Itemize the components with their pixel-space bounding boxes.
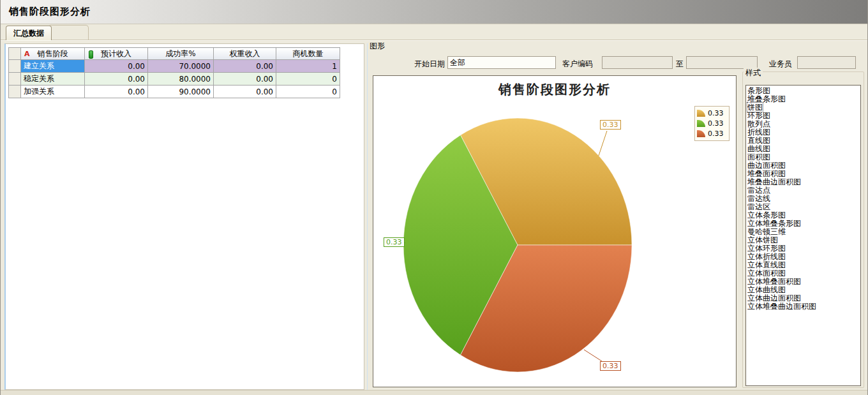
style-list-item-label: 立体条形图 <box>747 211 786 220</box>
column-header-label: 商机数量 <box>293 49 324 58</box>
window-title: 销售阶段图形分析 <box>9 6 91 18</box>
customer-code-input[interactable] <box>602 56 673 69</box>
column-header-2[interactable]: 成功率% <box>148 48 214 60</box>
value-cell[interactable]: 0.00 <box>85 60 148 73</box>
legend-label: 0.33 <box>708 120 724 127</box>
style-list-item-label: 立体环形图 <box>747 244 786 253</box>
value-cell[interactable]: 90.0000 <box>148 86 214 98</box>
tab-label: 汇总数据 <box>13 28 44 39</box>
value-cell[interactable]: 70.0000 <box>148 60 214 73</box>
style-list-item-label: 立体饼图 <box>747 235 778 244</box>
style-list-item-label: 折线图 <box>747 128 770 137</box>
style-list-item-label: 条形图 <box>747 86 770 95</box>
table-row: 建立关系0.0070.00000.001 <box>9 60 340 73</box>
callout-connector <box>584 350 602 361</box>
panel-splitter[interactable] <box>367 43 368 390</box>
value-cell[interactable]: 1 <box>276 60 340 73</box>
legend-label: 0.33 <box>708 130 724 137</box>
salesman-label: 业务员 <box>769 59 792 70</box>
style-list-item-label: 饼图 <box>747 103 763 112</box>
tabstrip-divider-highlight <box>1 40 867 41</box>
row-indicator-header <box>9 48 21 60</box>
column-header-1[interactable]: 预计收入 <box>85 48 148 60</box>
chart-box: 销售阶段图形分析 0.330.330.33 0.330.330.33 <box>373 75 737 387</box>
style-list-item-label: 立体折线图 <box>747 252 786 261</box>
style-list-item-label: 散列点 <box>747 119 770 128</box>
bottom-status-strip <box>1 390 867 395</box>
column-header-3[interactable]: 权重收入 <box>214 48 276 60</box>
value-cell[interactable]: 80.0000 <box>148 73 214 86</box>
customer-code-label: 客户编码 <box>562 59 593 70</box>
row-indicator[interactable] <box>9 73 21 86</box>
table-header-row: A销售阶段预计收入成功率%权重收入商机数量 <box>9 48 340 60</box>
chart-legend: 0.330.330.33 <box>694 106 730 141</box>
style-list-item[interactable]: 立体堆叠曲边面积图 <box>747 302 860 311</box>
inactive-tab-outline <box>48 25 89 40</box>
legend-marker-icon <box>697 110 705 117</box>
value-cell[interactable]: 0.00 <box>214 60 276 73</box>
summary-grid: A销售阶段预计收入成功率%权重收入商机数量建立关系0.0070.00000.00… <box>8 47 340 98</box>
app-window: 销售阶段图形分析 汇总数据 A销售阶段预计收入成功率%权重收入商机数量建立关系0… <box>0 0 868 395</box>
style-list-item-label: 立体堆叠条形图 <box>747 219 801 228</box>
value-cell[interactable]: 0.00 <box>85 86 148 98</box>
legend-marker-icon <box>697 130 705 137</box>
stage-cell[interactable]: 建立关系 <box>21 60 85 73</box>
graph-group-label: 图形 <box>370 41 385 52</box>
style-list-item-label: 堆叠面积图 <box>747 169 786 178</box>
style-group-label: 样式 <box>744 68 763 78</box>
start-date-input[interactable] <box>447 56 556 69</box>
legend-marker-icon <box>697 120 705 127</box>
salesman-input[interactable] <box>797 56 856 69</box>
style-list-item-label: 雷达点 <box>747 186 770 195</box>
window-titlebar: 销售阶段图形分析 <box>1 0 867 24</box>
start-date-label: 开始日期 <box>396 59 445 70</box>
green-indicator-icon <box>89 50 93 59</box>
style-list-item-label: 立体曲边面积图 <box>747 294 801 302</box>
pie-svg <box>373 76 736 387</box>
value-cell[interactable]: 0 <box>276 86 340 98</box>
style-list[interactable]: 条形图堆叠条形图饼图环形图散列点折线图直线图曲线图面积图曲边面积图堆叠面积图堆叠… <box>745 85 861 386</box>
style-list-item-label: 雷达线 <box>747 194 770 203</box>
value-cell[interactable]: 0.00 <box>214 86 276 98</box>
style-list-item-label: 立体堆叠面积图 <box>747 277 801 286</box>
column-header-label: 销售阶段 <box>38 49 68 58</box>
style-list-item-label: 环形图 <box>747 111 770 120</box>
tab-summary-data[interactable]: 汇总数据 <box>6 26 52 40</box>
table-row: 稳定关系0.0080.00000.000 <box>9 73 340 86</box>
customer-code-to-input[interactable] <box>686 56 758 69</box>
column-header-label: 预计收入 <box>101 49 131 58</box>
range-to-label: 至 <box>676 59 684 70</box>
legend-entry: 0.33 <box>697 130 727 138</box>
legend-label: 0.33 <box>708 110 724 117</box>
summary-grid-body: A销售阶段预计收入成功率%权重收入商机数量建立关系0.0070.00000.00… <box>9 48 340 98</box>
row-indicator[interactable] <box>9 86 21 98</box>
column-header-4[interactable]: 商机数量 <box>276 48 340 60</box>
style-list-item-label: 直线图 <box>747 136 770 145</box>
style-list-item-label: 雷达区 <box>747 202 770 211</box>
style-list-item-label: 曲线图 <box>747 144 770 153</box>
style-list-item-label: 面积图 <box>747 153 770 161</box>
style-list-item-label: 立体堆叠曲边面积图 <box>747 302 816 311</box>
value-cell[interactable]: 0.00 <box>214 73 276 86</box>
style-list-item-label: 立体面积图 <box>747 269 786 278</box>
value-cell[interactable]: 0 <box>276 73 340 86</box>
stage-cell[interactable]: 加强关系 <box>21 86 85 98</box>
stage-cell[interactable]: 稳定关系 <box>21 73 85 86</box>
column-header-label: 成功率% <box>165 49 195 58</box>
style-list-item-label: 立体曲线图 <box>747 285 786 294</box>
style-list-item-label: 曼哈顿三维 <box>747 227 786 236</box>
pie-data-label: 0.33 <box>384 237 405 247</box>
column-header-0[interactable]: A销售阶段 <box>21 48 85 60</box>
value-cell[interactable]: 0.00 <box>85 73 148 86</box>
style-list-item[interactable]: 堆叠条形图 <box>747 95 860 103</box>
style-list-item-label: 堆叠曲边面积图 <box>747 177 801 186</box>
pie-data-label: 0.33 <box>600 120 621 130</box>
pie-data-label: 0.33 <box>600 361 621 371</box>
style-list-item-label: 堆叠条形图 <box>747 94 786 103</box>
legend-entry: 0.33 <box>697 119 727 128</box>
row-indicator[interactable] <box>9 60 21 73</box>
summary-table-panel: A销售阶段预计收入成功率%权重收入商机数量建立关系0.0070.00000.00… <box>4 43 364 390</box>
style-list-item-label: 曲边面积图 <box>747 161 786 170</box>
legend-entry: 0.33 <box>697 109 727 117</box>
callout-connector <box>599 131 607 156</box>
